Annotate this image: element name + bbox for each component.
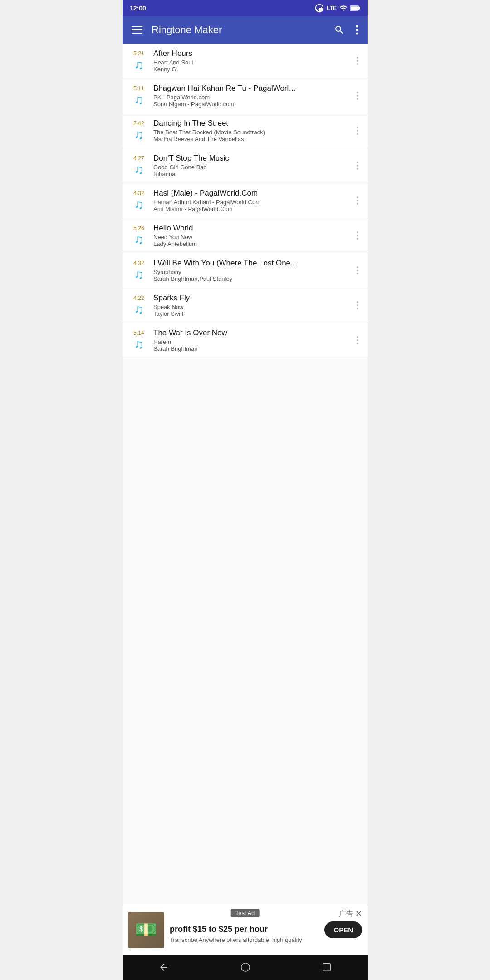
song-menu-button[interactable] bbox=[355, 228, 360, 243]
song-menu-button[interactable] bbox=[355, 123, 360, 138]
svg-point-6 bbox=[241, 963, 250, 971]
song-title: The War Is Over Now bbox=[153, 328, 349, 338]
search-icon bbox=[334, 24, 345, 35]
song-album: Symphony bbox=[153, 269, 349, 275]
song-title: I Will Be With You (Where The Lost One… bbox=[153, 259, 349, 268]
song-info: Don'T Stop The Music Good Girl Gone Bad … bbox=[153, 154, 349, 177]
song-album: Harem bbox=[153, 338, 349, 345]
song-duration-icon: 5:11 ♫ bbox=[130, 85, 148, 106]
song-info: I Will Be With You (Where The Lost One… … bbox=[153, 259, 349, 282]
ad-close-label: 广告 bbox=[339, 909, 353, 919]
signal-icon bbox=[339, 4, 348, 12]
song-artist: Sonu Nigam - PagalWorld.com bbox=[153, 101, 349, 108]
svg-point-4 bbox=[356, 29, 358, 31]
song-title: Hello World bbox=[153, 224, 349, 233]
song-title: Dancing In The Street bbox=[153, 119, 349, 128]
song-item-8[interactable]: 5:14 ♫ The War Is Over Now Harem Sarah B… bbox=[122, 323, 368, 358]
ad-test-label: Test Ad bbox=[231, 909, 260, 917]
search-button[interactable] bbox=[332, 23, 347, 37]
home-icon bbox=[240, 962, 250, 972]
song-item-4[interactable]: 4:32 ♫ Hasi (Male) - PagalWorld.Com Hama… bbox=[122, 183, 368, 218]
song-artist: Kenny G bbox=[153, 66, 349, 73]
song-title: Sparks Fly bbox=[153, 294, 349, 303]
song-info: Hasi (Male) - PagalWorld.Com Hamari Adhu… bbox=[153, 189, 349, 212]
song-artist: Sarah Brightman,Paul Stanley bbox=[153, 275, 349, 282]
svg-rect-2 bbox=[351, 6, 358, 10]
song-title: Bhagwan Hai Kahan Re Tu - PagalWorl… bbox=[153, 84, 349, 93]
more-vert-icon bbox=[356, 24, 358, 35]
song-album: Need You Now bbox=[153, 234, 349, 240]
song-album: PK - PagalWorld.com bbox=[153, 94, 349, 101]
song-item-1[interactable]: 5:11 ♫ Bhagwan Hai Kahan Re Tu - PagalWo… bbox=[122, 78, 368, 113]
song-menu-button[interactable] bbox=[355, 333, 360, 348]
music-note-icon: ♫ bbox=[134, 59, 144, 71]
song-item-0[interactable]: 5:21 ♫ After Hours Heart And Soul Kenny … bbox=[122, 44, 368, 78]
song-menu-button[interactable] bbox=[355, 158, 360, 173]
menu-button[interactable] bbox=[130, 24, 144, 35]
song-duration: 2:42 bbox=[133, 120, 144, 127]
song-list: 5:21 ♫ After Hours Heart And Soul Kenny … bbox=[122, 44, 368, 905]
more-button[interactable] bbox=[354, 23, 360, 37]
song-info: The War Is Over Now Harem Sarah Brightma… bbox=[153, 328, 349, 352]
song-album: Good Girl Gone Bad bbox=[153, 164, 349, 171]
ad-content: profit $15 to $25 per hour Transcribe An… bbox=[170, 916, 319, 944]
song-artist: Ami Mishra - PagalWorld.Com bbox=[153, 206, 349, 212]
back-button[interactable] bbox=[147, 958, 180, 976]
song-duration-icon: 5:21 ♫ bbox=[130, 50, 148, 71]
song-artist: Martha Reeves And The Vandellas bbox=[153, 136, 349, 142]
status-bar: 12:00 LTE bbox=[122, 0, 368, 16]
song-duration-icon: 2:42 ♫ bbox=[130, 120, 148, 141]
song-duration-icon: 5:14 ♫ bbox=[130, 330, 148, 351]
song-title: Don'T Stop The Music bbox=[153, 154, 349, 163]
song-title: After Hours bbox=[153, 49, 349, 58]
song-info: Bhagwan Hai Kahan Re Tu - PagalWorl… PK … bbox=[153, 84, 349, 108]
music-note-icon: ♫ bbox=[134, 268, 144, 281]
song-item-5[interactable]: 5:26 ♫ Hello World Need You Now Lady Ant… bbox=[122, 218, 368, 253]
ad-close-area[interactable]: 广告 ✕ bbox=[339, 909, 362, 919]
music-note-icon: ♫ bbox=[134, 233, 144, 246]
back-icon bbox=[158, 962, 169, 973]
song-duration-icon: 5:26 ♫ bbox=[130, 225, 148, 246]
song-duration: 5:21 bbox=[133, 50, 144, 57]
ad-banner: Test Ad 广告 ✕ 💵 profit $15 to $25 per hou… bbox=[122, 905, 368, 955]
song-artist: Sarah Brightman bbox=[153, 345, 349, 352]
song-duration: 5:14 bbox=[133, 330, 144, 336]
song-item-7[interactable]: 4:22 ♫ Sparks Fly Speak Now Taylor Swift bbox=[122, 288, 368, 323]
song-info: Sparks Fly Speak Now Taylor Swift bbox=[153, 294, 349, 317]
vpn-icon bbox=[315, 4, 324, 13]
svg-point-5 bbox=[356, 33, 358, 35]
svg-rect-1 bbox=[359, 7, 360, 9]
home-button[interactable] bbox=[230, 959, 261, 976]
song-duration-icon: 4:22 ♫ bbox=[130, 295, 148, 316]
ad-open-button[interactable]: OPEN bbox=[324, 921, 362, 938]
song-duration-icon: 4:32 ♫ bbox=[130, 190, 148, 211]
app-title: Ringtone Maker bbox=[152, 24, 325, 36]
song-item-3[interactable]: 4:27 ♫ Don'T Stop The Music Good Girl Go… bbox=[122, 148, 368, 183]
menu-icon bbox=[132, 26, 142, 34]
song-artist: Taylor Swift bbox=[153, 310, 349, 317]
music-note-icon: ♫ bbox=[134, 303, 144, 316]
song-duration-icon: 4:32 ♫ bbox=[130, 260, 148, 281]
song-artist: Lady Antebellum bbox=[153, 240, 349, 247]
app-bar: Ringtone Maker bbox=[122, 16, 368, 44]
close-icon[interactable]: ✕ bbox=[355, 909, 362, 919]
music-note-icon: ♫ bbox=[134, 128, 144, 141]
song-item-2[interactable]: 2:42 ♫ Dancing In The Street The Boat Th… bbox=[122, 113, 368, 148]
song-menu-button[interactable] bbox=[355, 53, 360, 69]
song-menu-button[interactable] bbox=[355, 263, 360, 278]
lte-text: LTE bbox=[327, 5, 337, 11]
song-duration: 4:32 bbox=[133, 190, 144, 196]
song-menu-button[interactable] bbox=[355, 298, 360, 313]
song-duration-icon: 4:27 ♫ bbox=[130, 155, 148, 176]
song-item-6[interactable]: 4:32 ♫ I Will Be With You (Where The Los… bbox=[122, 253, 368, 288]
svg-point-3 bbox=[356, 25, 358, 28]
money-icon: 💵 bbox=[135, 919, 157, 941]
recent-icon bbox=[322, 962, 332, 972]
recents-button[interactable] bbox=[311, 959, 343, 976]
song-info: Dancing In The Street The Boat That Rock… bbox=[153, 119, 349, 142]
song-menu-button[interactable] bbox=[355, 193, 360, 208]
music-note-icon: ♫ bbox=[134, 163, 144, 176]
ad-headline: profit $15 to $25 per hour bbox=[170, 925, 319, 935]
song-duration: 4:22 bbox=[133, 295, 144, 301]
song-menu-button[interactable] bbox=[355, 88, 360, 103]
